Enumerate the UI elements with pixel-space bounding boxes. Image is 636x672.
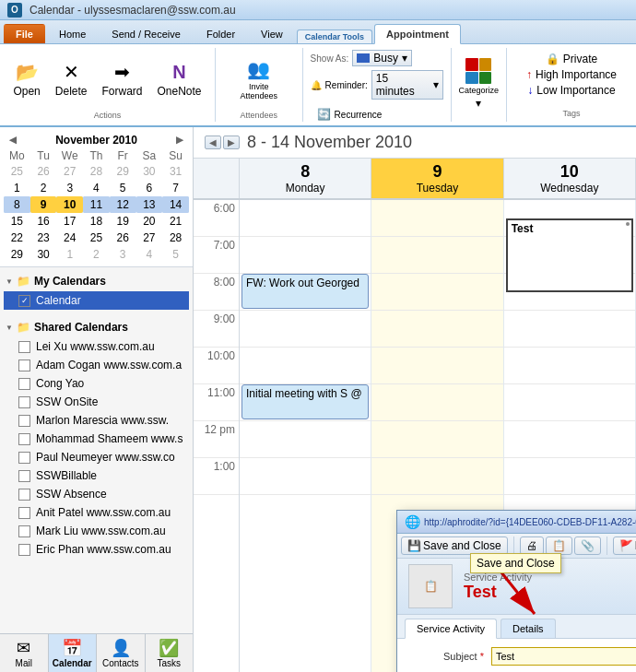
shared-checkbox-9[interactable] (18, 489, 30, 501)
day-26-oct[interactable]: 26 (30, 163, 57, 180)
shared-checkbox-8[interactable] (18, 470, 30, 482)
shared-checkbox-6[interactable] (18, 433, 30, 445)
day-3[interactable]: 3 (56, 180, 83, 196)
day-20[interactable]: 20 (136, 213, 163, 230)
day-14[interactable]: 14 (162, 196, 189, 213)
day-21[interactable]: 21 (162, 213, 189, 230)
attach-button[interactable]: 📎 (574, 536, 601, 555)
shared-checkbox-4[interactable] (18, 396, 30, 408)
day-2-dec[interactable]: 2 (83, 246, 110, 263)
slot-mon-900[interactable] (240, 311, 371, 348)
day-13[interactable]: 13 (136, 196, 163, 213)
tab-folder[interactable]: Folder (194, 24, 247, 43)
print-button[interactable]: 🖨 (520, 536, 544, 555)
day-19[interactable]: 19 (110, 213, 136, 230)
slot-tue-700[interactable] (371, 237, 502, 274)
shared-checkbox-3[interactable] (18, 378, 30, 390)
slot-wed-900[interactable] (504, 311, 635, 348)
day-3-dec[interactable]: 3 (110, 246, 136, 263)
slot-tue-1100[interactable] (371, 384, 502, 421)
slot-tue-100[interactable] (371, 458, 502, 495)
slot-tue-600[interactable] (371, 200, 502, 237)
day-1-dec[interactable]: 1 (56, 246, 83, 263)
slot-wed-1100[interactable] (504, 384, 635, 421)
day-25-oct[interactable]: 25 (4, 163, 30, 180)
prev-month-button[interactable]: ◀ (7, 133, 18, 147)
save-close-button[interactable]: 💾 Save and Close (401, 536, 508, 555)
next-week-button[interactable]: ▶ (223, 136, 240, 149)
slot-mon-1100[interactable]: Initial meeting with S @ (240, 384, 371, 421)
day-23[interactable]: 23 (30, 230, 57, 246)
day-col-monday[interactable]: FW: Work out Georged Initial meeting wit… (240, 200, 371, 672)
subject-input[interactable] (491, 647, 636, 666)
day-5-dec[interactable]: 5 (162, 246, 189, 263)
shared-cal-7[interactable]: Paul Neumeyer www.ssw.co (4, 448, 189, 466)
tab-home[interactable]: Home (47, 24, 98, 43)
tab-send-receive[interactable]: Send / Receive (100, 24, 193, 43)
slot-wed-100[interactable] (504, 458, 635, 495)
slot-wed-1200[interactable] (504, 421, 635, 458)
day-29-oct[interactable]: 29 (110, 163, 136, 180)
shared-checkbox-12[interactable] (18, 544, 30, 556)
shared-cal-3[interactable]: Cong Yao (4, 374, 189, 393)
shared-cal-8[interactable]: SSWBillable (4, 466, 189, 485)
day-31-oct[interactable]: 31 (162, 163, 189, 180)
shared-cal-1[interactable]: Lei Xu www.ssw.com.au (4, 337, 189, 356)
shared-cal-6[interactable]: Mohammad Shameem www.s (4, 430, 189, 448)
event-initial-meeting[interactable]: Initial meeting with S @ (241, 384, 369, 419)
prev-week-button[interactable]: ◀ (205, 136, 221, 149)
tab-view[interactable]: View (249, 24, 295, 43)
day-28[interactable]: 28 (162, 230, 189, 246)
day-9-today[interactable]: 9 (30, 196, 57, 213)
day-8[interactable]: 8 (4, 196, 30, 213)
day-4-dec[interactable]: 4 (136, 246, 163, 263)
day-22[interactable]: 22 (4, 230, 30, 246)
day-27-oct[interactable]: 27 (56, 163, 83, 180)
calendar-item-main[interactable]: ✓ Calendar (4, 291, 189, 310)
tab-details[interactable]: Details (501, 619, 556, 638)
day-27[interactable]: 27 (136, 230, 163, 246)
slot-tue-800[interactable] (371, 274, 502, 311)
shared-checkbox-11[interactable] (18, 525, 30, 537)
day-28-oct[interactable]: 28 (83, 163, 110, 180)
day-29[interactable]: 29 (4, 246, 30, 263)
slot-tue-1000[interactable] (371, 348, 502, 384)
shared-cal-12[interactable]: Eric Phan www.ssw.com.au (4, 540, 189, 559)
shared-calendars-header[interactable]: ▼ 📁 Shared Calendars (4, 317, 189, 337)
forward-button[interactable]: ➡ Forward (95, 56, 148, 102)
resize-handle[interactable] (626, 222, 630, 226)
slot-mon-700[interactable] (240, 237, 371, 274)
slot-tue-900[interactable] (371, 311, 502, 348)
day-1[interactable]: 1 (4, 180, 30, 196)
follow-up-button[interactable]: 🚩 Follow Up (613, 536, 636, 555)
my-calendars-header[interactable]: ▼ 📁 My Calendars (4, 271, 189, 291)
nav-tasks[interactable]: ✅ Tasks (146, 634, 194, 672)
day-30[interactable]: 30 (30, 246, 57, 263)
private-toggle[interactable]: 🔒 Private (544, 52, 599, 66)
shared-cal-4[interactable]: SSW OnSite (4, 393, 189, 411)
low-importance-button[interactable]: ↓ Low Importance (525, 83, 617, 98)
slot-mon-800[interactable]: FW: Work out Georged (240, 274, 371, 311)
show-as-dropdown[interactable]: Busy ▾ (352, 50, 412, 66)
day-12[interactable]: 12 (110, 196, 136, 213)
nav-contacts[interactable]: 👤 Contacts (97, 634, 146, 672)
open-button[interactable]: 📂 Open (6, 56, 46, 102)
copy-button[interactable]: 📋 (546, 536, 572, 555)
slot-mon-100[interactable] (240, 458, 371, 495)
next-month-button[interactable]: ▶ (174, 133, 185, 147)
slot-mon-600[interactable] (240, 200, 371, 237)
tab-appointment[interactable]: Appointment (374, 24, 461, 44)
day-15[interactable]: 15 (4, 213, 30, 230)
slot-wed-1000[interactable] (504, 348, 635, 384)
invite-attendees-button[interactable]: 👥 Invite Attendees (223, 53, 295, 105)
day-2[interactable]: 2 (30, 180, 57, 196)
shared-checkbox-10[interactable] (18, 507, 30, 519)
day-25[interactable]: 25 (83, 230, 110, 246)
day-17[interactable]: 17 (56, 213, 83, 230)
day-10[interactable]: 10 (56, 196, 83, 213)
tab-service-activity[interactable]: Service Activity (405, 619, 497, 639)
slot-tue-1200[interactable] (371, 421, 502, 458)
day-16[interactable]: 16 (30, 213, 57, 230)
day-4[interactable]: 4 (83, 180, 110, 196)
shared-checkbox-2[interactable] (18, 360, 30, 371)
